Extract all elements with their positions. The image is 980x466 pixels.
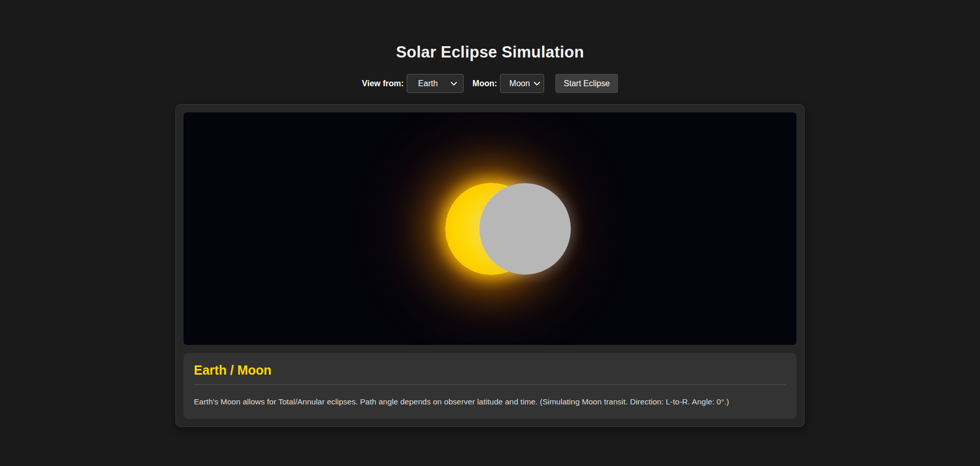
info-heading: Earth / Moon: [194, 362, 786, 378]
divider: [194, 384, 786, 385]
moon-label: Moon:: [472, 79, 497, 88]
moon-select[interactable]: Moon: [500, 74, 544, 93]
view-from-select-value: Earth: [418, 79, 437, 88]
controls-bar: View from: Earth Moon: Moon Start Eclips…: [0, 74, 980, 93]
view-from-select[interactable]: Earth: [407, 74, 464, 93]
chevron-down-icon: [534, 82, 540, 86]
page-title: Solar Eclipse Simulation: [0, 43, 980, 62]
view-from-label: View from:: [362, 79, 404, 88]
moon-graphic: [479, 183, 571, 275]
info-description: Earth's Moon allows for Total/Annular ec…: [194, 397, 786, 406]
simulation-canvas: [184, 112, 796, 345]
app-root: Solar Eclipse Simulation View from: Eart…: [0, 0, 980, 427]
simulation-panel: Earth / Moon Earth's Moon allows for Tot…: [175, 104, 805, 427]
moon-select-value: Moon: [509, 79, 530, 88]
info-section: Earth / Moon Earth's Moon allows for Tot…: [184, 353, 796, 419]
chevron-down-icon: [451, 82, 457, 86]
start-eclipse-button[interactable]: Start Eclipse: [555, 74, 618, 93]
